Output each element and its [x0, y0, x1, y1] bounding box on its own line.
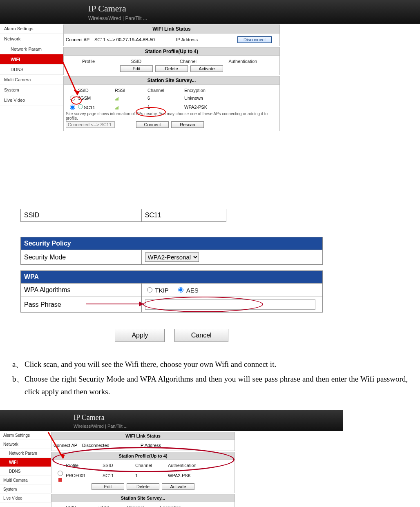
app-header: IP Camera Wireless/Wired | Pan/Tilt ... — [0, 410, 343, 431]
sidebar-item-multicamera[interactable]: Multi Camera — [0, 476, 51, 485]
profile-col-ssid: SSID — [103, 463, 135, 468]
sidebar-item-wifi[interactable]: WIFI — [0, 54, 63, 65]
list-marker: b、 — [12, 373, 25, 398]
instructions-block: a、Click scan, and you will see the Wifi … — [12, 358, 408, 398]
survey-col-rssi: RSSI — [115, 88, 147, 93]
sidebar-item-alarm[interactable]: Alarm Settings — [0, 24, 63, 34]
survey-radio-1[interactable] — [70, 105, 75, 110]
wifi-link-status-title: WIFI Link Status — [64, 25, 279, 34]
sidebar-item-network[interactable]: Network — [0, 440, 51, 449]
station-profile-panel: Station Profile(Up to 4) Profile SSID Ch… — [51, 452, 235, 493]
cancel-button[interactable]: Cancel — [174, 329, 228, 342]
tkip-radio[interactable] — [147, 287, 152, 293]
wifi-link-status-title: WIFI Link Status — [51, 432, 235, 440]
wifi-icon — [78, 104, 83, 109]
screenshot-2: IP Camera Wireless/Wired | Pan/Tilt ... … — [0, 410, 343, 507]
connect-button[interactable]: Connect — [136, 121, 169, 128]
sidebar-item-alarm[interactable]: Alarm Settings — [0, 431, 51, 440]
sidebar: Alarm Settings Network Network Param WIF… — [0, 431, 51, 503]
connect-ap-value: Disconnected — [82, 443, 139, 448]
delete-button[interactable]: Delete — [127, 483, 159, 490]
security-mode-select[interactable]: WPA2-Personal — [145, 252, 199, 262]
site-survey-title: Station Site Survey... — [51, 494, 235, 502]
signal-icon — [115, 105, 121, 109]
survey-note: Site survey page shows information of AP… — [66, 112, 277, 121]
ip-address-label: IP Address — [139, 443, 172, 448]
app-title: IP Camera — [88, 3, 420, 14]
sidebar-item-wifi[interactable]: WIFI — [0, 458, 51, 467]
ip-address-label: IP Address — [176, 37, 209, 42]
pass-phrase-label: Pass Phrase — [21, 297, 142, 313]
edit-button[interactable]: Edit — [120, 65, 153, 72]
active-flag-icon — [58, 478, 62, 482]
security-mode-label: Security Mode — [21, 250, 142, 265]
main-content: WIFI Link Status Connect AP Disconnected… — [51, 431, 235, 507]
profile-col-auth: Authentication — [229, 59, 278, 64]
profile-auth: WPA2-PSK — [168, 473, 232, 478]
survey-col-rssi: RSSI — [98, 505, 127, 507]
survey-ssid-0: 3GSM — [78, 96, 115, 101]
activate-button[interactable]: Activate — [190, 65, 223, 72]
list-marker: a、 — [12, 358, 25, 371]
sidebar-item-livevideo[interactable]: Live Video — [0, 95, 63, 105]
sidebar: Alarm Settings Network Network Param WIF… — [0, 24, 63, 105]
aes-radio[interactable] — [178, 287, 183, 293]
connect-ap-value: SC11 <--> 00-27-19-A4-8B-50 — [94, 37, 176, 42]
disconnect-button[interactable]: Disconnect — [237, 36, 272, 43]
profile-radio[interactable] — [58, 471, 63, 476]
wifi-link-status-panel: WIFI Link Status Connect AP SC11 <--> 00… — [63, 25, 280, 46]
survey-status-input[interactable] — [66, 121, 115, 128]
sidebar-item-livevideo[interactable]: Live Video — [0, 494, 51, 503]
profile-ssid: SC11 — [103, 473, 135, 478]
wpa-algorithms-label: WPA Algorithms — [21, 284, 142, 297]
profile-channel: 1 — [135, 473, 168, 478]
ssid-table: SSID SC11 — [20, 209, 323, 222]
survey-enc-1: WPA2-PSK — [184, 105, 277, 109]
sidebar-item-network[interactable]: Network — [0, 34, 63, 44]
survey-col-ssid: SSID — [66, 505, 98, 507]
signal-icon — [115, 96, 121, 100]
security-form: SSID SC11 Security Policy Security Mode … — [20, 209, 323, 342]
activate-button[interactable]: Activate — [162, 483, 194, 490]
survey-enc-0: Unknown — [184, 96, 277, 101]
apply-button[interactable]: Apply — [115, 329, 165, 342]
wpa-header: WPA — [21, 271, 323, 284]
sidebar-item-ddns[interactable]: DDNS — [0, 65, 63, 75]
sidebar-item-system[interactable]: System — [0, 85, 63, 95]
survey-col-encryption: Encryption — [160, 505, 232, 507]
site-survey-title: Station Site Survey... — [64, 76, 279, 85]
sidebar-item-system[interactable]: System — [0, 485, 51, 494]
profile-col-channel: Channel — [135, 463, 168, 468]
sidebar-item-network-param[interactable]: Network Param — [0, 449, 51, 458]
survey-col-channel: Channel — [127, 505, 160, 507]
pass-phrase-input[interactable] — [145, 299, 315, 310]
aes-option[interactable]: AES — [176, 287, 198, 294]
wpa-table: WPA WPA Algorithms TKIP AES Pass Phrase — [20, 270, 323, 313]
edit-button[interactable]: Edit — [92, 483, 124, 490]
rescan-button[interactable]: Rescan — [171, 121, 204, 128]
station-profile-title: Station Profile(Up to 4) — [51, 452, 235, 460]
app-header: IP Camera Wireless/Wired | Pan/Tilt ... — [0, 0, 420, 24]
security-policy-table: Security Policy Security Mode WPA2-Perso… — [20, 237, 323, 265]
survey-ssid-1: SC11 — [84, 105, 95, 110]
sidebar-item-multicamera[interactable]: Multi Camera — [0, 75, 63, 85]
sidebar-item-ddns[interactable]: DDNS — [0, 467, 51, 476]
survey-col-ssid: SSID — [78, 88, 115, 93]
survey-channel-1: 1 — [147, 105, 184, 109]
app-title: IP Camera — [74, 413, 343, 422]
profile-col-auth: Authentication — [168, 463, 232, 468]
connect-ap-label: Connect AP — [66, 37, 94, 42]
sidebar-item-network-param[interactable]: Network Param — [0, 44, 63, 54]
survey-col-encryption: Encryption — [184, 88, 277, 93]
instruction-a: Click scan, and you will see the Wifi th… — [25, 358, 276, 371]
tkip-option[interactable]: TKIP — [145, 287, 169, 294]
ssid-label: SSID — [21, 209, 142, 222]
survey-col-channel: Channel — [147, 88, 184, 93]
app-subtitle: Wireless/Wired | Pan/Tilt ... — [88, 16, 420, 21]
delete-button[interactable]: Delete — [155, 65, 188, 72]
site-survey-panel: Station Site Survey... SSID RSSI Channel… — [51, 494, 235, 507]
survey-radio-0[interactable] — [70, 96, 75, 101]
profile-col-ssid: SSID — [131, 59, 180, 64]
profile-col-profile: Profile — [82, 59, 131, 64]
wifi-link-status-panel: WIFI Link Status Connect AP Disconnected… — [51, 432, 235, 451]
